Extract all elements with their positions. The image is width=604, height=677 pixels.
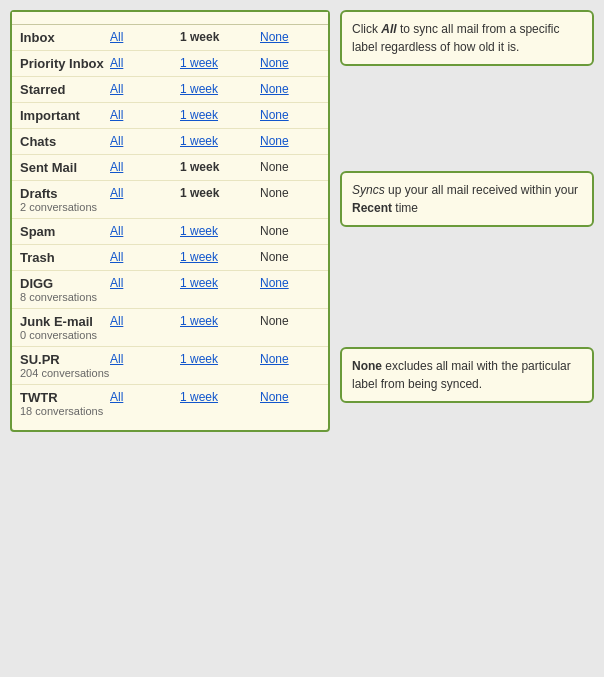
label-name: TWTR: [20, 390, 110, 405]
table-row: Sent MailAll1 weekNone: [12, 155, 328, 181]
table-row: ImportantAll1 weekNone: [12, 103, 328, 129]
label-name: Trash: [20, 250, 110, 265]
callout-3: None excludes all mail with the particul…: [340, 347, 594, 403]
label-cell: Inbox: [20, 30, 110, 45]
callout-text-part: All: [381, 22, 396, 36]
set-week-cell[interactable]: 1 week: [180, 276, 260, 290]
label-sub: 18 conversations: [20, 405, 110, 417]
label-cell: Spam: [20, 224, 110, 239]
table-row: SU.PR204 conversationsAll1 weekNone: [12, 347, 328, 385]
callout-text-part: up your all mail received within your: [385, 183, 578, 197]
set-all-cell[interactable]: All: [110, 314, 180, 328]
set-all-cell[interactable]: All: [110, 250, 180, 264]
set-all-cell[interactable]: All: [110, 390, 180, 404]
callout-1: Click All to sync all mail from a specif…: [340, 10, 594, 66]
label-cell: Drafts2 conversations: [20, 186, 110, 213]
set-none-cell[interactable]: None: [260, 134, 320, 148]
table-row: DIGG8 conversationsAll1 weekNone: [12, 271, 328, 309]
set-week-cell[interactable]: 1 week: [180, 390, 260, 404]
table-row: Priority InboxAll1 weekNone: [12, 51, 328, 77]
set-week-cell[interactable]: 1 week: [180, 56, 260, 70]
label-cell: SU.PR204 conversations: [20, 352, 110, 379]
label-name: Junk E-mail: [20, 314, 110, 329]
set-none-cell: None: [260, 186, 320, 200]
set-week-cell[interactable]: 1 week: [180, 224, 260, 238]
set-week-cell[interactable]: 1 week: [180, 82, 260, 96]
table-header: [12, 12, 328, 25]
label-sub: 8 conversations: [20, 291, 110, 303]
set-all-cell[interactable]: All: [110, 134, 180, 148]
callout-wrapper-3: None excludes all mail with the particul…: [340, 347, 594, 403]
set-all-cell[interactable]: All: [110, 30, 180, 44]
set-none-cell[interactable]: None: [260, 30, 320, 44]
set-week-cell[interactable]: 1 week: [180, 134, 260, 148]
set-week-cell[interactable]: 1 week: [180, 352, 260, 366]
set-none-cell: None: [260, 160, 320, 174]
set-none-cell[interactable]: None: [260, 56, 320, 70]
set-week-cell[interactable]: 1 week: [180, 108, 260, 122]
table-row: StarredAll1 weekNone: [12, 77, 328, 103]
table-row: TWTR18 conversationsAll1 weekNone: [12, 385, 328, 422]
callout-text-part: Click: [352, 22, 381, 36]
set-all-cell[interactable]: All: [110, 352, 180, 366]
set-none-cell[interactable]: None: [260, 352, 320, 366]
table-row: SpamAll1 weekNone: [12, 219, 328, 245]
set-all-cell[interactable]: All: [110, 108, 180, 122]
set-week-cell: 1 week: [180, 30, 260, 44]
label-name: Inbox: [20, 30, 110, 45]
set-all-cell[interactable]: All: [110, 82, 180, 96]
set-none-cell[interactable]: None: [260, 82, 320, 96]
callout-2: Syncs up your all mail received within y…: [340, 171, 594, 227]
callout-text-part: excludes all mail with the particular la…: [352, 359, 571, 391]
set-week-cell: 1 week: [180, 160, 260, 174]
table-body: InboxAll1 weekNonePriority InboxAll1 wee…: [12, 25, 328, 422]
table-row: TrashAll1 weekNone: [12, 245, 328, 271]
label-cell: Starred: [20, 82, 110, 97]
label-name: Starred: [20, 82, 110, 97]
label-sub: 204 conversations: [20, 367, 110, 379]
label-name: SU.PR: [20, 352, 110, 367]
set-all-cell[interactable]: All: [110, 160, 180, 174]
callout-wrapper-2: Syncs up your all mail received within y…: [340, 171, 594, 227]
set-all-cell[interactable]: All: [110, 56, 180, 70]
watermark: [12, 422, 328, 430]
label-name: Priority Inbox: [20, 56, 110, 71]
set-all-cell[interactable]: All: [110, 224, 180, 238]
label-name: Sent Mail: [20, 160, 110, 175]
table-row: ChatsAll1 weekNone: [12, 129, 328, 155]
label-cell: TWTR18 conversations: [20, 390, 110, 417]
label-name: DIGG: [20, 276, 110, 291]
set-week-cell[interactable]: 1 week: [180, 314, 260, 328]
label-cell: Important: [20, 108, 110, 123]
set-none-cell[interactable]: None: [260, 108, 320, 122]
label-sub: 2 conversations: [20, 201, 110, 213]
label-cell: Chats: [20, 134, 110, 149]
callouts-container: Click All to sync all mail from a specif…: [340, 10, 594, 403]
set-none-cell: None: [260, 250, 320, 264]
label-cell: Junk E-mail0 conversations: [20, 314, 110, 341]
table-row: Drafts2 conversationsAll1 weekNone: [12, 181, 328, 219]
callout-text-part: time: [392, 201, 418, 215]
label-name: Drafts: [20, 186, 110, 201]
callout-text-part: Syncs: [352, 183, 385, 197]
main-container: InboxAll1 weekNonePriority InboxAll1 wee…: [10, 10, 594, 432]
set-none-cell: None: [260, 314, 320, 328]
callout-text-part: None: [352, 359, 382, 373]
callout-wrapper-1: Click All to sync all mail from a specif…: [340, 10, 594, 66]
set-all-cell[interactable]: All: [110, 186, 180, 200]
set-week-cell: 1 week: [180, 186, 260, 200]
table-row: Junk E-mail0 conversationsAll1 weekNone: [12, 309, 328, 347]
sync-table-panel: InboxAll1 weekNonePriority InboxAll1 wee…: [10, 10, 330, 432]
label-name: Spam: [20, 224, 110, 239]
label-cell: DIGG8 conversations: [20, 276, 110, 303]
set-none-cell[interactable]: None: [260, 276, 320, 290]
label-cell: Trash: [20, 250, 110, 265]
set-none-cell[interactable]: None: [260, 390, 320, 404]
label-sub: 0 conversations: [20, 329, 110, 341]
label-cell: Sent Mail: [20, 160, 110, 175]
set-none-cell: None: [260, 224, 320, 238]
set-all-cell[interactable]: All: [110, 276, 180, 290]
set-week-cell[interactable]: 1 week: [180, 250, 260, 264]
table-row: InboxAll1 weekNone: [12, 25, 328, 51]
callout-panel: Click All to sync all mail from a specif…: [330, 10, 594, 403]
